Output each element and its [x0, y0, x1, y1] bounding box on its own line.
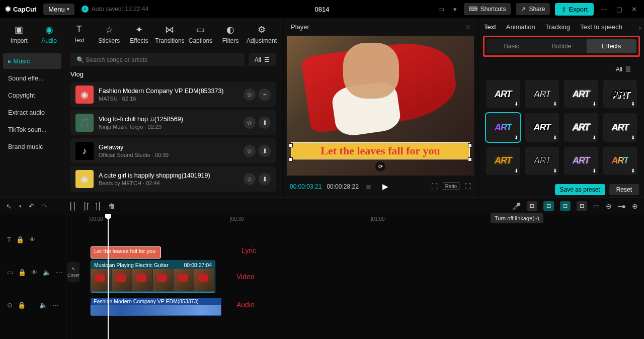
sub-tab-basic[interactable]: Basic	[487, 39, 536, 53]
preview-icon[interactable]: ▭	[593, 202, 600, 210]
layout-dropdown-icon[interactable]: ▾	[451, 4, 459, 15]
video-track-head[interactable]: ▭🔒👁🔈⋯ ✎Cover	[0, 252, 66, 292]
track-item[interactable]: 🎵Vlog lo-fi chill hop ♫(1258569)Ninja Mu…	[70, 110, 276, 135]
share-button[interactable]: ↗ Share	[516, 3, 550, 15]
effect-preset[interactable]: ART⬇	[486, 80, 520, 108]
mic-icon[interactable]: 🎤	[512, 202, 521, 210]
export-button[interactable]: ⇪ Export	[555, 3, 594, 16]
zoom-in-icon[interactable]: ⊕	[632, 202, 638, 210]
rp-tab-text[interactable]: Text	[484, 23, 496, 31]
layout-icon[interactable]: ▭	[436, 4, 446, 15]
tool-tab-text[interactable]: TText	[65, 22, 93, 46]
redo-icon[interactable]: ↷	[42, 202, 48, 210]
save-preset-button[interactable]: Save as preset	[555, 184, 605, 195]
audio-category-2[interactable]: Copyright	[3, 88, 61, 103]
select-dropdown-icon[interactable]: ▾	[19, 204, 22, 209]
select-tool-icon[interactable]: ↖	[6, 202, 12, 210]
tool-tab-filters[interactable]: ◐Filters	[216, 22, 245, 46]
effect-preset[interactable]: ART⬇	[603, 80, 637, 108]
track-title: A cute girl is happily shopping(1401919)	[99, 172, 238, 179]
audio-track-head[interactable]: ⊙🔒🔈⋯	[0, 292, 66, 318]
filter-all-button[interactable]: All ☰	[249, 53, 276, 66]
sync-icon[interactable]: ⟳	[375, 161, 385, 172]
track-action-button[interactable]: ⬇	[259, 145, 271, 157]
tool-tab-effects[interactable]: ✦Effects	[125, 22, 153, 46]
effect-preset[interactable]: ART⬇	[525, 147, 559, 175]
trim-left-icon[interactable]: ⎮[	[83, 202, 89, 210]
crop-icon[interactable]: ⛶	[431, 183, 438, 190]
markers-icon[interactable]: ≣	[364, 181, 373, 192]
sub-tab-effects[interactable]: Effects	[587, 39, 636, 53]
video-clip[interactable]: Musician Playing Electric Guitar00:00:27…	[91, 261, 215, 293]
playhead[interactable]	[108, 214, 109, 339]
rp-tab-text-to-speech[interactable]: Text to speech	[580, 23, 622, 31]
track-item[interactable]: ◉Fashion Modern Company VP EDM(853373)MA…	[70, 82, 276, 107]
tabs-scroll-right-icon[interactable]: ›	[639, 25, 641, 32]
magnet-2[interactable]: ⊟	[543, 201, 554, 211]
rp-tab-tracking[interactable]: Tracking	[545, 23, 570, 31]
split-icon[interactable]: ⎮⎮	[69, 202, 76, 210]
track-action-button[interactable]: ＋	[259, 89, 271, 101]
download-icon: ⬇	[631, 135, 635, 140]
trim-right-icon[interactable]: ]⎮	[96, 202, 101, 210]
text-overlay[interactable]: Let the leaves fall for you	[291, 142, 470, 159]
reset-button[interactable]: Reset	[609, 184, 639, 195]
effect-preset[interactable]: ART⬇	[603, 147, 637, 175]
favorite-button[interactable]: ☆	[244, 89, 256, 101]
favorite-button[interactable]: ☆	[244, 145, 256, 157]
fullscreen-icon[interactable]: ⛶	[464, 183, 471, 190]
sub-tab-bubble[interactable]: Bubble	[536, 39, 586, 53]
audio-category-3[interactable]: Extract audio	[3, 105, 61, 120]
menu-button[interactable]: Menu	[43, 4, 74, 15]
ruler-mark: |01:00	[371, 216, 385, 222]
tool-tab-stickers[interactable]: ☆Stickers	[95, 22, 123, 46]
close-icon[interactable]: ✕	[629, 4, 639, 15]
magnet-3[interactable]: ⊟	[560, 201, 571, 211]
text-track-head[interactable]: T🔒👁	[0, 226, 66, 252]
effects-filter-all[interactable]: All ☰	[610, 63, 637, 76]
maximize-icon[interactable]: ▢	[614, 4, 624, 15]
favorite-button[interactable]: ☆	[244, 117, 256, 129]
video-preview[interactable]: Let the leaves fall for you ⟳	[287, 36, 474, 176]
audio-category-4[interactable]: TikTok soun...	[3, 122, 61, 137]
effect-preset[interactable]: ART⬇	[486, 113, 520, 141]
audio-category-1[interactable]: Sound effe...	[3, 71, 61, 86]
rp-tab-animation[interactable]: Animation	[506, 23, 535, 31]
effect-preset[interactable]: ART⬇	[564, 113, 598, 141]
tool-tab-captions[interactable]: ▭Captions	[187, 22, 215, 46]
current-time: 00:00:03:21	[290, 183, 321, 190]
audio-category-0[interactable]: Music	[3, 53, 61, 69]
effect-preset[interactable]: ART⬇	[564, 80, 598, 108]
magnet-1[interactable]: ⊟	[527, 201, 537, 211]
favorite-button[interactable]: ☆	[244, 173, 256, 185]
track-item[interactable]: ◉A cute girl is happily shopping(1401919…	[70, 166, 276, 192]
delete-icon[interactable]: 🗑	[108, 202, 115, 210]
video-clip-title: Musician Playing Electric Guitar	[94, 262, 169, 268]
play-button[interactable]: ▶	[382, 182, 388, 191]
effect-preset[interactable]: ART⬇	[603, 113, 637, 141]
undo-icon[interactable]: ↶	[29, 202, 35, 210]
shortcuts-button[interactable]: ⌨ Shortcuts	[464, 3, 511, 15]
tool-tab-adjustment[interactable]: ⚙Adjustment	[247, 22, 277, 46]
tool-tab-transitions[interactable]: ⋈Transitions	[155, 22, 184, 46]
magnet-4[interactable]: ⊟	[577, 201, 587, 211]
zoom-out-icon[interactable]: ⊖	[606, 202, 612, 210]
effect-preset[interactable]: ART⬇	[564, 147, 598, 175]
effect-preset[interactable]: ART⬇	[525, 113, 559, 141]
minimize-icon[interactable]: —	[599, 4, 609, 15]
effect-preset[interactable]: ART⬇	[525, 80, 559, 108]
effect-preset[interactable]: ART⬇	[486, 147, 520, 175]
app-logo: CapCut	[5, 5, 36, 13]
search-input[interactable]: 🔍 Search songs or artists	[70, 53, 245, 66]
ratio-button[interactable]: Ratio	[443, 183, 459, 190]
track-action-button[interactable]: ⬇	[259, 117, 271, 129]
text-clip[interactable]: Let the leaves fall for you	[91, 246, 161, 259]
audio-clip[interactable]: Fashion Modern Company VP EDM(853373)	[91, 298, 221, 316]
zoom-slider[interactable]: ━●	[618, 202, 626, 210]
track-action-button[interactable]: ⬇	[259, 173, 271, 185]
tool-tab-audio[interactable]: ◉Audio	[35, 22, 63, 46]
tool-tab-import[interactable]: ▣Import	[5, 22, 33, 46]
audio-category-5[interactable]: Brand music	[3, 139, 61, 154]
track-item[interactable]: ♪GetawayOfficial Sound Studio · 00:39☆⬇	[70, 138, 276, 163]
player-menu-icon[interactable]: ≡	[466, 23, 470, 31]
